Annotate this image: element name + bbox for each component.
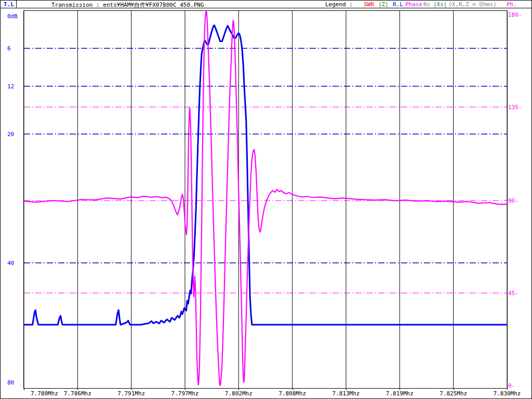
legend-item-xs: |Xs| [433,1,447,8]
x-axis-tick-mark [24,388,24,390]
x-axis-tick-label: 7.819Mhz [386,390,414,397]
x-axis-tick-label: 7.786Mhz [64,390,91,397]
x-axis-tick-mark [454,388,454,390]
right-axis-tick-label: 180- [508,11,522,18]
mode-label: T.L [4,1,14,8]
legend-item-rl: R.L [393,1,403,8]
plot-svg [24,11,507,388]
x-axis-tick-mark [77,388,78,390]
x-axis-tick-mark [238,388,239,390]
right-axis-tick-label: 0- [508,382,515,389]
transmission-curve [24,25,507,325]
x-axis-tick-label: 7.813Mhz [332,390,360,397]
legend-item-phase: Phase [405,1,422,8]
x-axis-tick-label: 7.830Mhz [494,390,521,397]
left-axis-tick-label: 12 [7,83,14,90]
x-axis-tick-mark [292,388,293,390]
x-axis-tick-label: 7.780Mhz [31,390,58,397]
x-axis-tick-label: 7.825Mhz [440,390,467,397]
legend-item-rs: Rs [423,1,430,8]
left-axis-tick-label: 40 [7,260,14,267]
x-axis-tick-label: 7.802Mhz [225,390,252,397]
left-axis-tick-label: 0dB [7,13,18,20]
right-axis-tick-label: 135- [508,104,522,111]
left-axis-tick-label: 80 [7,379,14,386]
legend-item-z: |Z| [378,1,389,8]
analyzer-window: T.L Transmission : ents¥HAM¥自作¥FX07800C_… [0,0,532,399]
header: T.L Transmission : ents¥HAM¥自作¥FX07800C_… [1,1,532,8]
x-axis-tick-label: 7.791Mhz [117,390,145,397]
legend-item-swr: SWR [364,1,374,8]
x-axis-tick-label: 7.808Mhz [278,390,306,397]
x-axis-tick-mark [507,388,508,390]
right-axis-label: Ph. [507,1,517,8]
x-axis-tick-mark [131,388,132,390]
phase-curve [24,11,507,385]
x-axis-tick-mark [400,388,400,390]
header-rule [1,8,532,8]
legend-label: Legend : [325,1,353,8]
right-axis-tick-label: 90- [508,197,518,204]
plot-frame [23,10,508,389]
x-axis-tick-label: 7.797Mhz [171,390,199,397]
x-axis-tick-mark [346,388,347,390]
left-axis-tick-label: 20 [7,131,14,138]
legend-item-xrzohms: (X,R,Z = Ohms) [448,1,497,8]
left-axis-tick-label: 6 [7,45,11,52]
header-divider [16,1,17,8]
x-axis-tick-mark [185,388,185,390]
right-axis-tick-label: 45- [508,290,518,297]
